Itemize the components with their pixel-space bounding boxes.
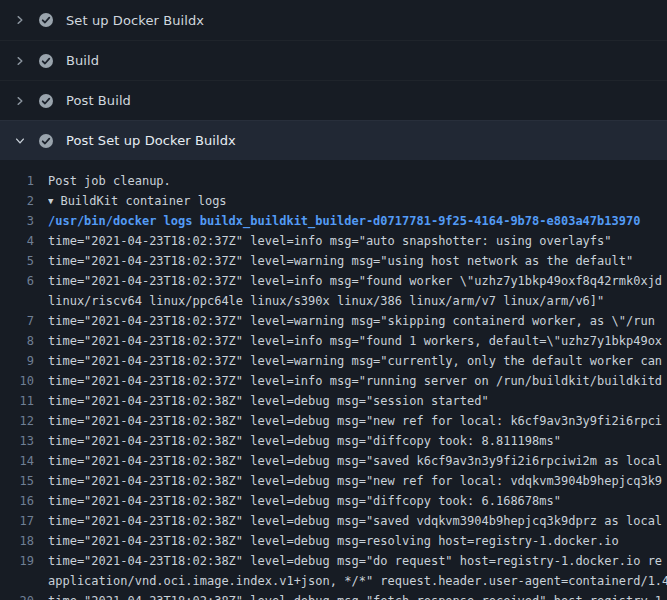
line-number: 8 [0,331,48,351]
step-label: Set up Docker Buildx [66,13,204,28]
log-text: time="2021-04-23T18:02:38Z" level=debug … [48,411,667,431]
check-circle-icon [38,12,54,28]
log-text: time="2021-04-23T18:02:38Z" level=debug … [48,471,667,491]
log-text: application/vnd.oci.image.index.v1+json,… [48,571,667,591]
line-number: 6 [0,271,48,291]
line-number: 14 [0,451,48,471]
log-line: 8time="2021-04-23T18:02:37Z" level=info … [0,331,667,351]
log-text: time="2021-04-23T18:02:38Z" level=debug … [48,451,667,471]
log-text: time="2021-04-23T18:02:37Z" level=info m… [48,331,667,351]
log-line: 11time="2021-04-23T18:02:38Z" level=debu… [0,391,667,411]
log-line: 17time="2021-04-23T18:02:38Z" level=debu… [0,511,667,531]
line-number [0,291,48,311]
line-number: 13 [0,431,48,451]
log-line: 10time="2021-04-23T18:02:37Z" level=info… [0,371,667,391]
line-number: 19 [0,551,48,571]
line-number: 9 [0,351,48,371]
line-number [0,571,48,591]
line-number: 18 [0,531,48,551]
log-line: 15time="2021-04-23T18:02:38Z" level=debu… [0,471,667,491]
line-number: 12 [0,411,48,431]
log-text: time="2021-04-23T18:02:38Z" level=debug … [48,431,667,451]
step-header-post-set-up-docker-buildx[interactable]: Post Set up Docker Buildx [0,120,667,160]
line-number: 2 [0,191,48,211]
log-line: 7time="2021-04-23T18:02:37Z" level=warni… [0,311,667,331]
log-text: ▼BuildKit container logs [48,191,667,211]
log-line: 20time="2021-04-23T18:02:38Z" level=debu… [0,591,667,600]
log-line: 4time="2021-04-23T18:02:37Z" level=info … [0,231,667,251]
chevron-down-icon[interactable] [12,133,28,149]
line-number: 15 [0,471,48,491]
log-line: 1Post job cleanup. [0,171,667,191]
step-header-build[interactable]: Build [0,40,667,80]
group-expand-caret-icon[interactable]: ▼ [48,191,53,211]
chevron-right-icon[interactable] [12,93,28,109]
step-header-set-up-docker-buildx[interactable]: Set up Docker Buildx [0,0,667,40]
log-text: time="2021-04-23T18:02:37Z" level=warnin… [48,311,667,331]
log-text: time="2021-04-23T18:02:38Z" level=debug … [48,391,667,411]
log-line-continuation: application/vnd.oci.image.index.v1+json,… [0,571,667,591]
log-text: time="2021-04-23T18:02:37Z" level=warnin… [48,251,667,271]
line-number: 5 [0,251,48,271]
step-label: Post Build [66,93,131,108]
log-text: time="2021-04-23T18:02:37Z" level=warnin… [48,351,667,371]
chevron-right-icon[interactable] [12,12,28,28]
check-circle-icon [38,53,54,69]
line-number: 7 [0,311,48,331]
log-line: 9time="2021-04-23T18:02:37Z" level=warni… [0,351,667,371]
step-label: Build [66,53,99,68]
log-text: time="2021-04-23T18:02:37Z" level=info m… [48,371,667,391]
log-line: 5time="2021-04-23T18:02:37Z" level=warni… [0,251,667,271]
log-line: 6time="2021-04-23T18:02:37Z" level=info … [0,271,667,291]
log-text: /usr/bin/docker logs buildx_buildkit_bui… [48,211,667,231]
line-number: 11 [0,391,48,411]
log-text: linux/riscv64 linux/ppc64le linux/s390x … [48,291,667,311]
line-number: 4 [0,231,48,251]
log-group-toggle-row[interactable]: 2▼BuildKit container logs [0,191,667,211]
step-log-panel: 1Post job cleanup.2▼BuildKit container l… [0,160,667,600]
log-line: 12time="2021-04-23T18:02:38Z" level=debu… [0,411,667,431]
log-text: time="2021-04-23T18:02:38Z" level=debug … [48,531,667,551]
log-line-continuation: linux/riscv64 linux/ppc64le linux/s390x … [0,291,667,311]
check-circle-icon [38,93,54,109]
log-text: Post job cleanup. [48,171,667,191]
workflow-steps-list: Set up Docker BuildxBuildPost BuildPost … [0,0,667,160]
line-number: 20 [0,591,48,600]
chevron-right-icon[interactable] [12,53,28,69]
line-number: 16 [0,491,48,511]
log-text: time="2021-04-23T18:02:38Z" level=debug … [48,491,667,511]
log-line: 14time="2021-04-23T18:02:38Z" level=debu… [0,451,667,471]
log-text: time="2021-04-23T18:02:37Z" level=info m… [48,271,667,291]
log-text: time="2021-04-23T18:02:38Z" level=debug … [48,511,667,531]
log-text: time="2021-04-23T18:02:38Z" level=debug … [48,591,667,600]
step-label: Post Set up Docker Buildx [66,133,236,148]
log-command-line: 3/usr/bin/docker logs buildx_buildkit_bu… [0,211,667,231]
step-header-post-build[interactable]: Post Build [0,80,667,120]
log-line: 18time="2021-04-23T18:02:38Z" level=debu… [0,531,667,551]
line-number: 1 [0,171,48,191]
log-text: time="2021-04-23T18:02:38Z" level=debug … [48,551,667,571]
log-line: 19time="2021-04-23T18:02:38Z" level=debu… [0,551,667,571]
check-circle-icon [38,133,54,149]
log-line: 13time="2021-04-23T18:02:38Z" level=debu… [0,431,667,451]
log-text: time="2021-04-23T18:02:37Z" level=info m… [48,231,667,251]
log-line: 16time="2021-04-23T18:02:38Z" level=debu… [0,491,667,511]
line-number: 10 [0,371,48,391]
line-number: 3 [0,211,48,231]
line-number: 17 [0,511,48,531]
